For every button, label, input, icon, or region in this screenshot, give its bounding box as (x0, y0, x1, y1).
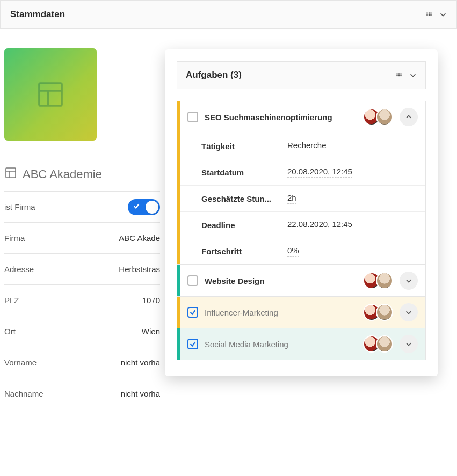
detail-value[interactable]: 2h (287, 193, 296, 204)
expand-button[interactable] (400, 272, 418, 290)
toggle-knob (146, 201, 158, 214)
detail-label: Tätigkeit (201, 142, 287, 151)
tasks-title: Aufgaben (3) (186, 70, 242, 80)
svg-point-12 (398, 75, 400, 77)
svg-rect-6 (39, 83, 62, 106)
field-label: Adresse (4, 265, 34, 274)
field-row-firma: Firma ABC Akade (4, 223, 160, 254)
company-name: ABC Akademie (23, 167, 102, 181)
task-checkbox[interactable] (187, 307, 198, 318)
detail-row-taetigkeit: Tätigkeit Recherche (180, 133, 425, 159)
field-value[interactable]: ABC Akade (119, 233, 160, 243)
task-row-social-media-marketing: Social Media Marketing (177, 328, 426, 360)
detail-label: Startdatum (201, 168, 287, 177)
field-row-nachname: Nachname nicht vorha (4, 378, 160, 409)
field-label: Vorname (4, 358, 37, 367)
svg-point-4 (429, 14, 430, 16)
field-value[interactable]: 1070 (142, 296, 160, 305)
task-row[interactable]: Website Design (180, 265, 425, 296)
task-row[interactable]: SEO Suchmaschinenoptimierung (180, 101, 425, 133)
detail-row-est: Geschätzte Stun... 2h (180, 186, 425, 212)
svg-point-9 (398, 73, 400, 75)
expand-button[interactable] (400, 335, 418, 353)
task-row[interactable]: Influencer-Marketing (180, 297, 425, 328)
header-actions (425, 11, 447, 18)
task-row[interactable]: Social Media Marketing (180, 328, 425, 360)
field-value[interactable]: Wien (142, 327, 160, 336)
company-logo-tile (4, 48, 97, 141)
svg-point-13 (400, 75, 402, 77)
detail-value[interactable]: 22.08.2020, 12:45 (287, 219, 352, 230)
svg-point-1 (429, 12, 430, 14)
detail-row-progress: Fortschritt 0% (180, 238, 425, 264)
avatar (376, 272, 393, 289)
detail-row-deadline: Deadline 22.08.2020, 12:45 (180, 212, 425, 238)
task-row-seo: SEO Suchmaschinenoptimierung (177, 101, 426, 133)
detail-value[interactable]: Recherche (287, 141, 327, 151)
tasks-card: Aufgaben (3) SEO Suchmaschinenoptimierun… (165, 49, 438, 376)
svg-point-3 (426, 14, 428, 16)
svg-point-2 (430, 12, 432, 14)
detail-label: Deadline (201, 221, 287, 230)
task-checkbox[interactable] (187, 112, 198, 122)
svg-point-0 (426, 12, 428, 14)
collapse-chevron-icon[interactable] (409, 71, 417, 79)
detail-value[interactable]: 0% (287, 246, 299, 257)
assignee-avatars[interactable] (363, 108, 393, 126)
svg-point-10 (400, 73, 402, 75)
field-value[interactable]: nicht vorha (121, 358, 160, 367)
task-title: SEO Suchmaschinenoptimierung (205, 113, 357, 122)
field-label: Nachname (4, 389, 43, 398)
master-data-header: Stammdaten (0, 0, 457, 29)
svg-point-5 (430, 14, 432, 16)
tasks-header-actions (395, 71, 417, 79)
field-row-plz: PLZ 1070 (4, 285, 160, 316)
svg-rect-7 (6, 168, 16, 178)
company-logo-icon (35, 79, 66, 109)
drag-grip-icon[interactable] (395, 71, 403, 79)
building-icon (4, 166, 17, 182)
svg-point-8 (396, 73, 398, 75)
drag-grip-icon[interactable] (425, 11, 433, 18)
field-row-vorname: Vorname nicht vorha (4, 347, 160, 378)
header-title: Stammdaten (10, 9, 65, 20)
assignee-avatars[interactable] (363, 335, 393, 353)
field-value[interactable]: nicht vorha (121, 389, 160, 398)
task-checkbox[interactable] (187, 339, 198, 349)
svg-point-11 (396, 75, 398, 77)
company-name-row: ABC Akademie (4, 166, 160, 192)
field-label: Ort (4, 327, 16, 336)
assignee-avatars[interactable] (363, 272, 393, 289)
task-row-website-design: Website Design (177, 265, 426, 297)
task-title: Website Design (205, 276, 357, 285)
check-icon (133, 202, 140, 211)
assignee-avatars[interactable] (363, 304, 393, 321)
detail-label: Geschätzte Stun... (201, 194, 287, 203)
field-label: ist Firma (4, 202, 35, 211)
task-title: Influencer-Marketing (205, 308, 357, 317)
detail-value[interactable]: 20.08.2020, 12:45 (287, 167, 352, 178)
expand-button[interactable] (400, 303, 418, 321)
field-value[interactable]: Herbststras (119, 265, 160, 274)
collapse-button[interactable] (400, 108, 418, 126)
task-row-influencer-marketing: Influencer-Marketing (177, 297, 426, 328)
avatar (376, 304, 393, 321)
field-row-adresse: Adresse Herbststras (4, 254, 160, 285)
task-title: Social Media Marketing (205, 340, 357, 349)
detail-row-startdatum: Startdatum 20.08.2020, 12:45 (180, 159, 425, 186)
detail-label: Fortschritt (201, 247, 287, 256)
avatar (376, 108, 393, 126)
task-details: Tätigkeit Recherche Startdatum 20.08.202… (177, 133, 426, 265)
field-row-ort: Ort Wien (4, 316, 160, 347)
company-panel: ABC Akademie ist Firma Firma ABC Akade A… (4, 48, 160, 409)
field-label: Firma (4, 233, 25, 243)
field-label: PLZ (4, 296, 19, 305)
tasks-header: Aufgaben (3) (177, 61, 426, 89)
is-company-toggle[interactable] (128, 199, 160, 215)
avatar (376, 335, 393, 353)
task-details-grid: Tätigkeit Recherche Startdatum 20.08.202… (180, 133, 425, 264)
field-row-ist-firma: ist Firma (4, 192, 160, 223)
task-checkbox[interactable] (187, 275, 198, 286)
collapse-chevron-icon[interactable] (439, 11, 447, 18)
